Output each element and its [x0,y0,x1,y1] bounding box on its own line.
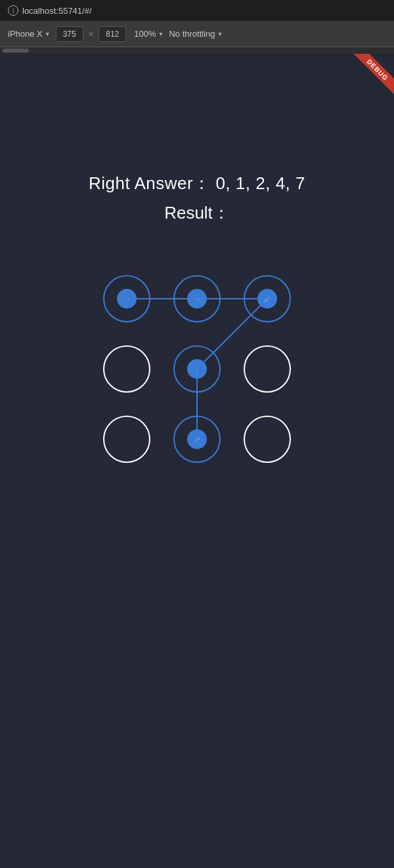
device-label: iPhone X [8,29,43,39]
debug-ribbon: DEBUG [341,54,394,106]
circle-outer-1: → [173,275,221,322]
circle-outer-4: ↓ [173,345,221,393]
circle-inner-7: ↗ [187,429,207,449]
arrow-0: → [122,294,131,303]
circle-outer-2: ↙ [244,275,291,322]
phone-viewport: DEBUG Right Answer： 0, 1, 2, 4, 7 Result… [0,54,394,868]
url-display: localhost:55741/#/ [22,6,92,16]
circle-inner-4: ↓ [187,359,207,379]
circle-inner-0: → [117,289,137,309]
result-line: Result： [89,202,305,225]
result-label-text: Result： [164,203,230,223]
circle-cell-1[interactable]: → [162,264,232,334]
scrollbar-thumb[interactable] [3,49,29,53]
circle-cell-4[interactable]: ↓ [162,334,232,404]
circle-outer-8 [244,416,291,463]
circle-outer-3 [103,345,150,393]
throttle-caret: ▼ [217,31,223,37]
dimension-separator: × [89,29,94,39]
circle-cell-3[interactable] [92,334,162,404]
zoom-label: 100% [134,29,156,39]
arrow-2: ↙ [263,294,271,303]
height-input[interactable] [98,26,126,42]
zoom-selector[interactable]: 100% ▼ [134,29,164,39]
throttle-label: No throttling [169,29,215,39]
circle-outer-7: ↗ [173,416,221,463]
circle-outer-5 [244,345,291,393]
width-input[interactable] [56,26,83,42]
right-answer-value: 0, 1, 2, 4, 7 [215,173,305,193]
scrollbar-row [0,47,394,54]
circle-cell-7[interactable]: ↗ [162,404,232,474]
arrow-7: ↗ [193,435,201,444]
pattern-grid: → → ↙ [92,264,302,474]
circles-grid: → → ↙ [92,264,302,474]
device-selector[interactable]: iPhone X ▼ [8,29,51,39]
top-bar: i localhost:55741/#/ [0,0,394,21]
throttle-selector[interactable]: No throttling ▼ [169,29,223,39]
circle-cell-6[interactable] [92,404,162,474]
circle-cell-2[interactable]: ↙ [232,264,302,334]
circle-inner-1: → [187,289,207,309]
circle-outer-6 [103,416,150,463]
info-icon[interactable]: i [8,5,18,16]
right-answer-line: Right Answer： 0, 1, 2, 4, 7 [89,172,305,195]
circle-cell-8[interactable] [232,404,302,474]
circle-cell-0[interactable]: → [92,264,162,334]
circle-inner-2: ↙ [257,289,277,309]
circle-cell-5[interactable] [232,334,302,404]
arrow-1: → [192,294,202,303]
device-caret: ▼ [45,31,51,37]
answer-section: Right Answer： 0, 1, 2, 4, 7 Result： [89,172,305,225]
arrow-4: ↓ [194,364,199,374]
toolbar: iPhone X ▼ × 100% ▼ No throttling ▼ [0,21,394,47]
right-answer-label: Right Answer： [89,173,211,193]
circle-outer-0: → [103,275,150,322]
debug-ribbon-label: DEBUG [353,54,394,95]
zoom-caret: ▼ [158,31,164,37]
